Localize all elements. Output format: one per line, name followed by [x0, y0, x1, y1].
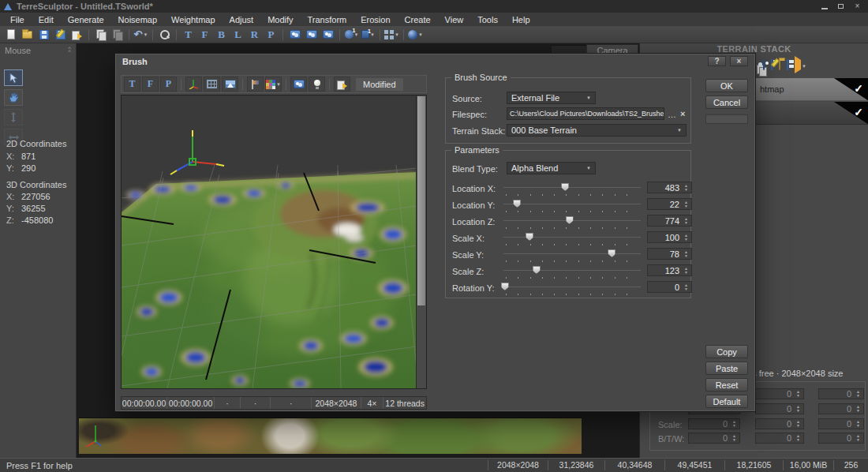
btw-spin[interactable]: 0▲▼ [688, 433, 740, 444]
menu-generate[interactable]: Generate [61, 13, 111, 26]
dialog-close-button[interactable]: × [730, 56, 748, 66]
check-icon[interactable]: ✓ [854, 106, 863, 118]
save-icon[interactable] [787, 60, 788, 69]
slider-thumb[interactable] [608, 249, 615, 257]
select-arrow-tool[interactable] [4, 69, 23, 86]
rotation-y-slider[interactable] [503, 280, 641, 296]
slider-thumb[interactable] [513, 200, 521, 208]
brush-dialog-titlebar[interactable]: Brush ? × [115, 54, 755, 69]
tool-3[interactable] [4, 109, 23, 125]
save-as-icon[interactable] [53, 28, 68, 42]
scale-spin[interactable]: 0▲▼ [688, 418, 740, 429]
stack-value-spin[interactable]: 0▲▼ [818, 388, 864, 399]
stack-value-spin[interactable]: 0▲▼ [755, 388, 804, 399]
scale-y-slider[interactable] [503, 247, 641, 263]
render-view-3-icon[interactable] [320, 28, 335, 42]
copy-stack-icon[interactable] [771, 60, 773, 69]
location-y-spin[interactable]: 22▲▼ [647, 198, 692, 210]
text-b-icon[interactable]: B [214, 28, 229, 42]
undo-icon[interactable]: ↶▼ [133, 28, 148, 42]
open-folder-icon[interactable] [779, 60, 780, 69]
open-file-icon[interactable] [20, 28, 35, 42]
default-button[interactable]: Default [705, 395, 748, 408]
slider-thumb[interactable] [566, 216, 574, 224]
scale-spin[interactable]: 0▲▼ [818, 418, 864, 429]
location-y-slider[interactable] [503, 197, 641, 213]
scale-z-spin[interactable]: 123▲▼ [647, 264, 692, 276]
pan-hand-tool[interactable] [4, 89, 23, 106]
menu-adjust[interactable]: Adjust [223, 13, 261, 26]
axis-gizmo-icon[interactable] [185, 77, 202, 92]
scale-x-slider[interactable] [503, 230, 641, 246]
menu-create[interactable]: Create [398, 13, 438, 26]
export-file-icon[interactable] [69, 28, 84, 42]
scale-y-spin[interactable]: 78▲▼ [647, 248, 692, 260]
menu-file[interactable]: File [3, 13, 32, 26]
blend-type-dropdown[interactable]: Alpha Blend▼ [507, 162, 596, 174]
render-view-1-icon[interactable] [287, 28, 302, 42]
image-icon[interactable] [222, 77, 238, 92]
location-z-spin[interactable]: 774▲▼ [647, 215, 692, 227]
scrollbar-thumb[interactable] [417, 96, 425, 305]
collapse-panel-icon[interactable]: ^^ [68, 47, 71, 54]
brush-t-icon[interactable]: T [124, 77, 140, 92]
dialog-help-button[interactable]: ? [708, 56, 726, 66]
brush-f-icon[interactable]: F [142, 77, 159, 92]
clear-filespec-icon[interactable]: × [680, 109, 685, 118]
zoom-icon[interactable] [157, 28, 172, 42]
menu-modify[interactable]: Modify [260, 13, 300, 26]
preview-vertical-scrollbar[interactable] [416, 96, 426, 388]
copy-icon[interactable] [93, 28, 108, 42]
location-x-slider[interactable] [503, 181, 641, 197]
flag-icon[interactable] [247, 77, 264, 92]
new-file-icon[interactable] [3, 28, 18, 42]
grid-layout-dropdown-icon[interactable]: ▼ [384, 28, 399, 42]
location-z-slider[interactable] [503, 214, 641, 230]
light-bulb-icon[interactable] [309, 77, 325, 92]
menu-transform[interactable]: Transform [301, 13, 354, 26]
check-icon[interactable]: ✓ [854, 82, 863, 95]
wire-grid-icon[interactable] [204, 77, 220, 92]
btw-spin[interactable]: 0▲▼ [755, 433, 804, 444]
browse-icon[interactable]: … [668, 110, 676, 119]
ok-button[interactable]: OK [705, 79, 748, 92]
btw-spin[interactable]: 0▲▼ [818, 433, 864, 444]
slider-thumb[interactable] [561, 183, 569, 191]
paste-icon[interactable] [110, 28, 125, 42]
menu-tools[interactable]: Tools [470, 13, 505, 26]
export-icon[interactable] [334, 77, 350, 92]
component-2-dropdown-icon[interactable]: 1▼ [361, 28, 376, 42]
brush-preview-viewport[interactable] [121, 95, 427, 389]
render-view-2-icon[interactable] [304, 28, 319, 42]
menu-weightmap[interactable]: Weightmap [164, 13, 222, 26]
location-x-spin[interactable]: 483▲▼ [647, 182, 692, 193]
text-l-icon[interactable]: L [230, 28, 245, 42]
scale-spin[interactable]: 0▲▼ [755, 418, 804, 429]
close-button[interactable]: × [851, 2, 864, 11]
menu-help[interactable]: Help [505, 13, 537, 26]
slider-thumb[interactable] [533, 266, 541, 274]
copy-blue-icon[interactable] [763, 60, 765, 69]
menu-view[interactable]: View [438, 13, 471, 26]
slider-thumb[interactable] [526, 233, 533, 241]
play-dropdown-icon[interactable]: ▼ [795, 60, 806, 69]
scale-z-slider[interactable] [503, 264, 641, 279]
cancel-button[interactable]: Cancel [705, 96, 748, 109]
text-r-icon[interactable]: R [247, 28, 262, 42]
text-p-icon[interactable]: P [264, 28, 279, 42]
source-dropdown[interactable]: External File▼ [507, 92, 596, 104]
rotation-y-spin[interactable]: 0▲▼ [647, 281, 692, 293]
brush-p-icon[interactable]: P [160, 77, 177, 92]
menu-noisemap[interactable]: Noisemap [111, 13, 165, 26]
stack-value-spin[interactable]: 0▲▼ [818, 403, 864, 414]
palette-dropdown-icon[interactable]: ▼ [265, 77, 282, 92]
terrain-stack-dropdown[interactable]: 000 Base Terrain▼ [507, 124, 687, 137]
paste-button[interactable]: Paste [705, 361, 748, 375]
restore-button[interactable] [834, 2, 847, 11]
stack-value-spin[interactable]: 0▲▼ [755, 403, 804, 414]
scale-x-spin[interactable]: 100▲▼ [647, 231, 692, 243]
reset-button[interactable]: Reset [705, 378, 748, 391]
filespec-field[interactable]: C:\Users\Cloud Pictures\Downloads\TS2_Br… [507, 107, 664, 120]
text-f-icon[interactable]: F [197, 28, 212, 42]
slider-thumb[interactable] [501, 283, 509, 290]
